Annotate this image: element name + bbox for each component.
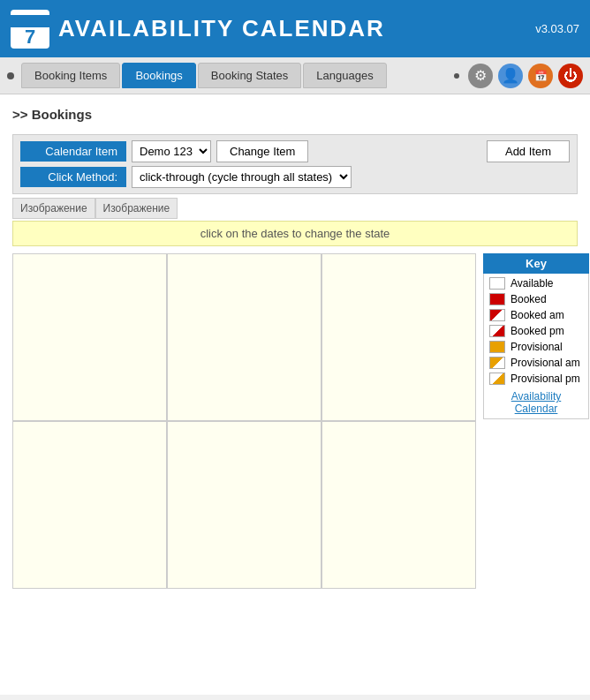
app-header: 7 Availability Calendar v3.03.07 [0,0,590,57]
tab-booking-states[interactable]: Booking States [198,63,301,88]
image-placeholder-2: Изображение [95,198,178,219]
key-label-provisional-am: Provisional am [511,357,580,369]
tab-languages[interactable]: Languages [303,63,386,88]
image-row: Изображение Изображение [12,198,578,219]
calendar-item-label: Calendar Item [20,141,126,162]
swatch-provisional-am [489,357,505,369]
breadcrumb: >> Bookings [12,107,578,122]
key-item-booked-pm: Booked pm [489,325,583,337]
logo-number: 7 [25,27,35,47]
calendar-cell-1-1[interactable] [12,253,167,421]
key-title: Key [483,253,589,274]
click-method-row: Click Method: click-through (cycle throu… [20,166,570,188]
calendar-cell-2-1[interactable] [12,421,167,589]
calendar-cell-1-2[interactable] [167,253,321,421]
tab-bookings[interactable]: Bookings [122,63,195,88]
swatch-provisional [489,341,505,353]
calendar-row-1 [12,253,476,421]
change-item-button[interactable]: Change Item [216,140,308,162]
navbar-right: ⚙ 👤 📅 ⏻ [450,64,583,88]
image-placeholder-1: Изображение [12,198,95,219]
swatch-booked-am [489,309,505,321]
info-bar: click on the dates to change the state [12,221,578,246]
app-title: Availability Calendar [58,15,385,42]
availability-calendar-link[interactable]: Availability Calendar [489,390,583,415]
settings-button[interactable]: ⚙ [468,64,493,88]
swatch-provisional-pm [489,373,505,385]
nav-bullet [7,72,14,79]
calendar-area: Key Available Booked Booked am Booked pm [12,253,578,589]
users-button[interactable]: 👤 [498,64,523,88]
click-method-label: Click Method: [20,167,126,187]
main-content: >> Bookings Calendar Item Demo 123 Chang… [0,94,590,695]
app-logo: 7 [11,10,49,49]
click-method-select[interactable]: click-through (cycle through all states) [132,166,352,188]
calendar-row-2 [12,421,476,589]
key-label-booked: Booked [511,293,547,305]
key-panel: Key Available Booked Booked am Booked pm [483,253,589,589]
key-label-booked-pm: Booked pm [511,325,564,337]
calendar-item-select[interactable]: Demo 123 [132,140,211,162]
calendar-cell-2-3[interactable] [321,421,476,589]
logout-button[interactable]: ⏻ [558,64,583,88]
control-bar: Calendar Item Demo 123 Change Item Add I… [12,134,578,194]
header-left: 7 Availability Calendar [11,10,385,49]
click-method-input[interactable]: click-through (cycle through all states) [132,166,352,188]
key-item-booked-am: Booked am [489,309,583,321]
navbar: Booking Items Bookings Booking States La… [0,57,590,94]
key-label-provisional-pm: Provisional pm [511,373,580,385]
key-item-provisional: Provisional [489,341,583,353]
key-label-available: Available [511,277,553,290]
key-item-provisional-pm: Provisional pm [489,373,583,385]
key-item-provisional-am: Provisional am [489,357,583,369]
calendar-nav-button[interactable]: 📅 [528,64,553,88]
add-item-button[interactable]: Add Item [487,140,570,162]
calendar-item-input[interactable]: Demo 123 [132,140,211,162]
key-item-booked: Booked [489,293,583,305]
navbar-left: Booking Items Bookings Booking States La… [7,63,387,88]
tab-booking-items[interactable]: Booking Items [21,63,120,88]
calendar-cell-1-3[interactable] [321,253,476,421]
swatch-booked [489,293,505,305]
key-body: Available Booked Booked am Booked pm Pro… [483,274,589,419]
key-label-provisional: Provisional [511,341,563,353]
app-version: v3.03.07 [535,22,579,35]
dot-separator [454,73,459,79]
calendar-grid [12,253,476,589]
key-label-booked-am: Booked am [511,309,564,321]
calendar-cell-2-2[interactable] [167,421,321,589]
swatch-booked-pm [489,325,505,337]
key-item-available: Available [489,277,583,290]
calendar-item-row: Calendar Item Demo 123 Change Item Add I… [20,140,570,162]
swatch-available [489,277,505,290]
